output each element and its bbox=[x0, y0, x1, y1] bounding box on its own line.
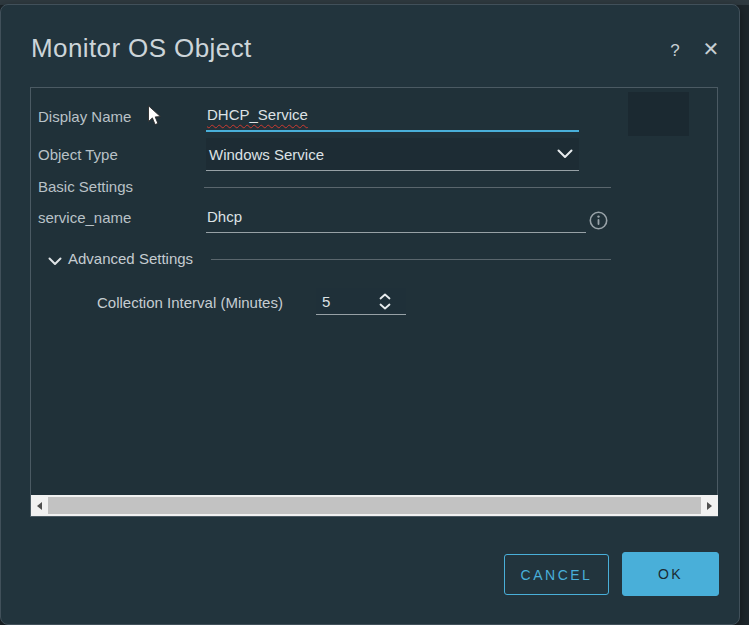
collection-interval-field bbox=[316, 288, 406, 315]
stepper-up-icon bbox=[379, 293, 391, 300]
object-type-value: Windows Service bbox=[209, 146, 324, 163]
display-name-focus-underline bbox=[206, 130, 579, 132]
collection-interval-label: Collection Interval (Minutes) bbox=[97, 294, 283, 311]
cancel-button[interactable]: CANCEL bbox=[504, 554, 609, 595]
basic-settings-divider bbox=[204, 187, 611, 188]
dialog-title: Monitor OS Object bbox=[31, 33, 252, 64]
object-type-label: Object Type bbox=[38, 146, 118, 163]
stepper-down-icon bbox=[379, 303, 391, 310]
scroll-left-icon[interactable] bbox=[31, 495, 48, 516]
display-name-input[interactable]: DHCP_Service bbox=[207, 106, 308, 123]
info-icon[interactable] bbox=[589, 211, 608, 230]
horizontal-scrollbar[interactable] bbox=[31, 495, 718, 516]
advanced-settings-label[interactable]: Advanced Settings bbox=[68, 250, 193, 267]
display-name-label: Display Name bbox=[38, 108, 131, 125]
number-stepper[interactable] bbox=[374, 288, 396, 314]
advanced-settings-collapse-icon[interactable] bbox=[48, 252, 62, 270]
close-icon[interactable]: ✕ bbox=[700, 39, 722, 59]
ok-button[interactable]: OK bbox=[622, 552, 719, 596]
scroll-right-icon[interactable] bbox=[701, 495, 718, 516]
chevron-down-icon bbox=[557, 149, 573, 159]
panel-corner-shade bbox=[628, 92, 689, 136]
help-icon[interactable]: ? bbox=[665, 42, 685, 59]
service-name-label: service_name bbox=[38, 209, 131, 226]
monitor-os-object-dialog: Monitor OS Object ? ✕ Display Name DHCP_… bbox=[0, 4, 740, 625]
service-name-input[interactable] bbox=[206, 205, 586, 233]
basic-settings-label: Basic Settings bbox=[38, 178, 133, 195]
collection-interval-input[interactable] bbox=[316, 288, 374, 314]
scrollbar-thumb[interactable] bbox=[48, 497, 701, 514]
object-type-select[interactable]: Windows Service bbox=[206, 138, 579, 171]
screen: Monitor OS Object ? ✕ Display Name DHCP_… bbox=[0, 0, 749, 625]
advanced-settings-divider bbox=[211, 259, 611, 260]
